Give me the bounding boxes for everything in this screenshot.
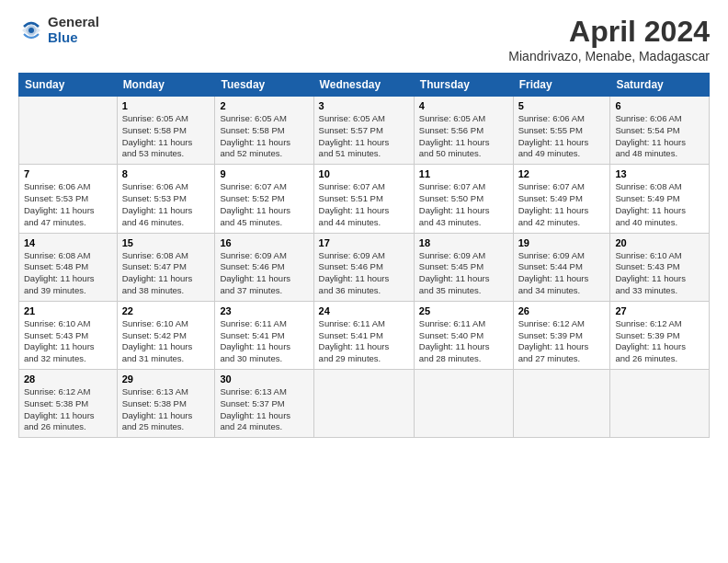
col-monday: Monday [117, 74, 215, 97]
day-info: Sunrise: 6:06 AM Sunset: 5:53 PM Dayligh… [122, 181, 210, 228]
day-info: Sunrise: 6:08 AM Sunset: 5:48 PM Dayligh… [24, 250, 112, 297]
day-info: Sunrise: 6:13 AM Sunset: 5:38 PM Dayligh… [122, 386, 210, 433]
col-wednesday: Wednesday [313, 74, 414, 97]
week-row-3: 14Sunrise: 6:08 AM Sunset: 5:48 PM Dayli… [19, 233, 710, 301]
day-info: Sunrise: 6:06 AM Sunset: 5:53 PM Dayligh… [24, 181, 112, 228]
logo-blue-text: Blue [48, 30, 99, 46]
calendar-cell: 25Sunrise: 6:11 AM Sunset: 5:40 PM Dayli… [414, 301, 513, 369]
calendar-cell: 28Sunrise: 6:12 AM Sunset: 5:38 PM Dayli… [19, 370, 118, 438]
calendar-cell: 15Sunrise: 6:08 AM Sunset: 5:47 PM Dayli… [117, 233, 215, 301]
calendar-cell: 9Sunrise: 6:07 AM Sunset: 5:52 PM Daylig… [215, 165, 313, 233]
day-info: Sunrise: 6:07 AM Sunset: 5:52 PM Dayligh… [220, 181, 308, 228]
day-number: 9 [220, 168, 308, 179]
day-info: Sunrise: 6:10 AM Sunset: 5:43 PM Dayligh… [615, 250, 704, 297]
header: General Blue April 2024 Miandrivazo, Men… [18, 15, 710, 63]
logo: General Blue [18, 15, 99, 45]
logo-general-text: General [48, 15, 99, 30]
day-info: Sunrise: 6:13 AM Sunset: 5:37 PM Dayligh… [220, 386, 308, 433]
day-number: 24 [319, 305, 409, 316]
calendar-cell: 6Sunrise: 6:06 AM Sunset: 5:54 PM Daylig… [610, 97, 710, 165]
day-number: 23 [220, 305, 308, 316]
day-number: 19 [518, 237, 606, 248]
calendar-cell: 4Sunrise: 6:05 AM Sunset: 5:56 PM Daylig… [414, 97, 513, 165]
day-info: Sunrise: 6:08 AM Sunset: 5:47 PM Dayligh… [122, 250, 210, 297]
col-thursday: Thursday [414, 74, 513, 97]
calendar-cell: 21Sunrise: 6:10 AM Sunset: 5:43 PM Dayli… [19, 301, 118, 369]
calendar-cell: 24Sunrise: 6:11 AM Sunset: 5:41 PM Dayli… [313, 301, 414, 369]
calendar-table: Sunday Monday Tuesday Wednesday Thursday… [18, 73, 710, 438]
week-row-4: 21Sunrise: 6:10 AM Sunset: 5:43 PM Dayli… [19, 301, 710, 369]
day-info: Sunrise: 6:07 AM Sunset: 5:50 PM Dayligh… [419, 181, 508, 228]
day-info: Sunrise: 6:05 AM Sunset: 5:56 PM Dayligh… [419, 113, 508, 160]
calendar-cell: 12Sunrise: 6:07 AM Sunset: 5:49 PM Dayli… [513, 165, 610, 233]
main-title: April 2024 [508, 15, 710, 49]
calendar-cell: 23Sunrise: 6:11 AM Sunset: 5:41 PM Dayli… [215, 301, 313, 369]
day-number: 27 [615, 305, 704, 316]
col-sunday: Sunday [19, 74, 118, 97]
day-number: 14 [24, 237, 112, 248]
day-number: 16 [220, 237, 308, 248]
day-info: Sunrise: 6:06 AM Sunset: 5:55 PM Dayligh… [518, 113, 606, 160]
calendar-cell [19, 97, 118, 165]
day-info: Sunrise: 6:09 AM Sunset: 5:46 PM Dayligh… [319, 250, 409, 297]
day-number: 21 [24, 305, 112, 316]
day-number: 13 [615, 168, 704, 179]
logo-text: General Blue [48, 15, 99, 45]
col-saturday: Saturday [610, 74, 710, 97]
calendar-body: 1Sunrise: 6:05 AM Sunset: 5:58 PM Daylig… [19, 97, 710, 438]
day-info: Sunrise: 6:11 AM Sunset: 5:41 PM Dayligh… [319, 318, 409, 365]
day-number: 15 [122, 237, 210, 248]
calendar-cell: 16Sunrise: 6:09 AM Sunset: 5:46 PM Dayli… [215, 233, 313, 301]
day-info: Sunrise: 6:12 AM Sunset: 5:39 PM Dayligh… [518, 318, 606, 365]
day-number: 1 [122, 100, 210, 111]
calendar-cell: 10Sunrise: 6:07 AM Sunset: 5:51 PM Dayli… [313, 165, 414, 233]
calendar-cell: 18Sunrise: 6:09 AM Sunset: 5:45 PM Dayli… [414, 233, 513, 301]
page: General Blue April 2024 Miandrivazo, Men… [0, 0, 728, 563]
calendar-header: Sunday Monday Tuesday Wednesday Thursday… [19, 74, 710, 97]
week-row-2: 7Sunrise: 6:06 AM Sunset: 5:53 PM Daylig… [19, 165, 710, 233]
day-number: 3 [319, 100, 409, 111]
calendar-cell: 26Sunrise: 6:12 AM Sunset: 5:39 PM Dayli… [513, 301, 610, 369]
day-number: 25 [419, 305, 508, 316]
day-info: Sunrise: 6:09 AM Sunset: 5:45 PM Dayligh… [419, 250, 508, 297]
header-row: Sunday Monday Tuesday Wednesday Thursday… [19, 74, 710, 97]
day-number: 26 [518, 305, 606, 316]
calendar-cell: 29Sunrise: 6:13 AM Sunset: 5:38 PM Dayli… [117, 370, 215, 438]
day-number: 6 [615, 100, 704, 111]
logo-icon [18, 17, 44, 43]
calendar-cell: 1Sunrise: 6:05 AM Sunset: 5:58 PM Daylig… [117, 97, 215, 165]
calendar-cell: 19Sunrise: 6:09 AM Sunset: 5:44 PM Dayli… [513, 233, 610, 301]
col-tuesday: Tuesday [215, 74, 313, 97]
day-info: Sunrise: 6:11 AM Sunset: 5:40 PM Dayligh… [419, 318, 508, 365]
calendar-cell [513, 370, 610, 438]
day-number: 20 [615, 237, 704, 248]
calendar-cell: 2Sunrise: 6:05 AM Sunset: 5:58 PM Daylig… [215, 97, 313, 165]
calendar-cell: 8Sunrise: 6:06 AM Sunset: 5:53 PM Daylig… [117, 165, 215, 233]
calendar-cell: 27Sunrise: 6:12 AM Sunset: 5:39 PM Dayli… [610, 301, 710, 369]
calendar-cell: 5Sunrise: 6:06 AM Sunset: 5:55 PM Daylig… [513, 97, 610, 165]
day-number: 8 [122, 168, 210, 179]
subtitle: Miandrivazo, Menabe, Madagascar [508, 49, 710, 63]
week-row-5: 28Sunrise: 6:12 AM Sunset: 5:38 PM Dayli… [19, 370, 710, 438]
title-block: April 2024 Miandrivazo, Menabe, Madagasc… [508, 15, 710, 63]
calendar-cell: 7Sunrise: 6:06 AM Sunset: 5:53 PM Daylig… [19, 165, 118, 233]
day-number: 30 [220, 373, 308, 385]
day-number: 17 [319, 237, 409, 248]
calendar-cell: 14Sunrise: 6:08 AM Sunset: 5:48 PM Dayli… [19, 233, 118, 301]
day-number: 22 [122, 305, 210, 316]
day-info: Sunrise: 6:05 AM Sunset: 5:57 PM Dayligh… [319, 113, 409, 160]
day-number: 5 [518, 100, 606, 111]
day-info: Sunrise: 6:11 AM Sunset: 5:41 PM Dayligh… [220, 318, 308, 365]
day-number: 29 [122, 373, 210, 385]
day-info: Sunrise: 6:10 AM Sunset: 5:43 PM Dayligh… [24, 318, 112, 365]
calendar-cell [610, 370, 710, 438]
calendar-cell [414, 370, 513, 438]
day-info: Sunrise: 6:08 AM Sunset: 5:49 PM Dayligh… [615, 181, 704, 228]
day-info: Sunrise: 6:06 AM Sunset: 5:54 PM Dayligh… [615, 113, 704, 160]
calendar-cell: 30Sunrise: 6:13 AM Sunset: 5:37 PM Dayli… [215, 370, 313, 438]
day-info: Sunrise: 6:12 AM Sunset: 5:38 PM Dayligh… [24, 386, 112, 433]
day-info: Sunrise: 6:05 AM Sunset: 5:58 PM Dayligh… [220, 113, 308, 160]
calendar-cell: 13Sunrise: 6:08 AM Sunset: 5:49 PM Dayli… [610, 165, 710, 233]
day-number: 4 [419, 100, 508, 111]
day-number: 2 [220, 100, 308, 111]
